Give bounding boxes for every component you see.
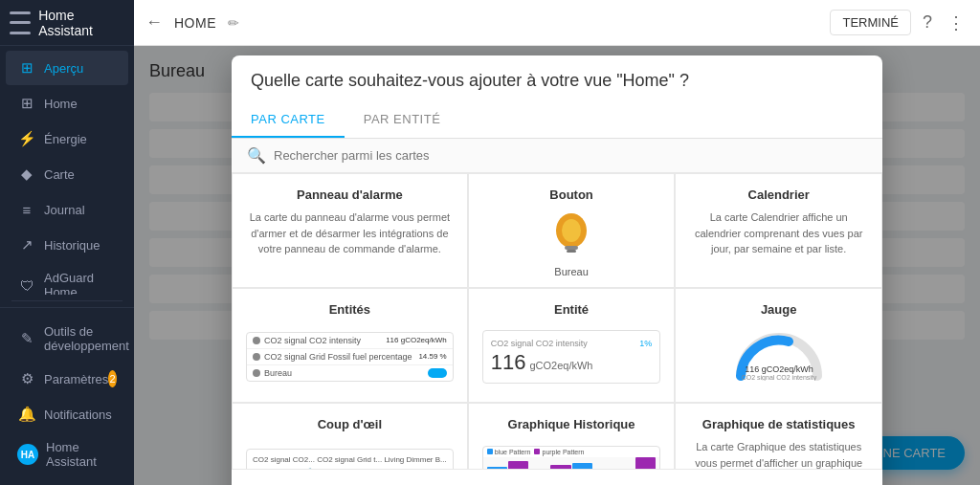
dialog-search-bar: 🔍 xyxy=(232,139,882,173)
card-option-entite[interactable]: Entité CO2 signal CO2 intensity 1% 116 g… xyxy=(468,288,676,403)
sidebar-label-apercu: Aperçu xyxy=(44,61,83,76)
card-option-panneau-alarme[interactable]: Panneau d'alarme La carte du panneau d'a… xyxy=(232,173,468,288)
sidebar-item-energie[interactable]: ⚡ Énergie xyxy=(6,121,128,156)
page-body: Bureau + AJOUTER UNE CARTE Quelle carte … xyxy=(134,46,980,485)
hamburger-icon[interactable] xyxy=(10,11,31,34)
bar-8 xyxy=(635,457,656,470)
sidebar-header: Home Assistant xyxy=(0,0,134,46)
card-title-entite: Entité xyxy=(554,302,589,317)
sidebar-bottom: ✎ Outils de développement ⚙ Paramètres 2… xyxy=(0,307,134,485)
svg-text:CO2 signal CO2 intensity: CO2 signal CO2 intensity xyxy=(741,374,816,381)
dialog-overlay: Quelle carte souhaitez-vous ajouter à vo… xyxy=(134,46,980,485)
sidebar-item-home[interactable]: ⊞ Home xyxy=(6,86,128,121)
back-button[interactable]: ← xyxy=(145,12,163,33)
legend-label-blue: blue Pattern xyxy=(495,449,531,455)
legend-blue: blue Pattern xyxy=(487,449,531,455)
card-option-calendrier[interactable]: Calendrier La carte Calendrier affiche u… xyxy=(675,173,882,288)
card-option-jauge[interactable]: Jauge 116 gCO2eq/kWh CO2 signal CO2 inte… xyxy=(675,288,882,403)
entity-label-1: CO2 signal CO2 intensity xyxy=(264,336,382,345)
edit-icon[interactable]: ✏ xyxy=(228,15,239,31)
card-title-bouton: Bouton xyxy=(549,187,592,202)
card-option-bouton[interactable]: Bouton Bureau xyxy=(468,173,676,288)
page-title: HOME xyxy=(174,15,216,31)
legend-label-purple: purple Pattern xyxy=(542,449,584,455)
historique-icon: ↗ xyxy=(17,235,36,254)
coup-header: CO2 signal CO2... CO2 signal Grid t... L… xyxy=(253,455,447,464)
card-option-graph-stats[interactable]: Graphique de statistiques La carte Graph… xyxy=(675,403,882,469)
sidebar-label-devtools: Outils de développement xyxy=(44,324,129,353)
tab-par-carte[interactable]: PAR CARTE xyxy=(232,102,345,138)
card-option-entites[interactable]: Entités CO2 signal CO2 intensity 116 gCO… xyxy=(232,288,468,403)
sidebar-label-journal: Journal xyxy=(44,203,85,217)
graph-card: blue Pattern purple Pattern xyxy=(482,446,661,470)
adguard-icon: 🛡 xyxy=(17,276,36,295)
bulb-svg xyxy=(546,209,598,262)
sidebar-item-ha[interactable]: HA Home Assistant xyxy=(6,432,128,476)
entity-row-2: CO2 signal Grid Fossil fuel percentage 1… xyxy=(247,349,453,365)
entity-dot-2 xyxy=(253,353,260,361)
carte-icon: ◆ xyxy=(17,165,36,184)
legend-dot-blue xyxy=(487,449,493,454)
bouton-bureau-label: Bureau xyxy=(554,266,588,277)
svg-text:116 gCO2eq/kWh: 116 gCO2eq/kWh xyxy=(745,364,813,374)
card-title-coup: Coup d'œil xyxy=(318,417,382,431)
cancel-button[interactable]: ANNULER xyxy=(781,479,867,485)
entity-val-2: 14.59 % xyxy=(418,352,446,361)
apercu-icon: ⊞ xyxy=(17,58,36,77)
sidebar-items: ⊞ Aperçu ⊞ Home ⚡ Énergie ◆ Carte ≡ Jour… xyxy=(0,46,134,295)
sidebar-item-devtools[interactable]: ✎ Outils de développement xyxy=(6,317,128,361)
dialog-title: Quelle carte souhaitez-vous ajouter à vo… xyxy=(232,55,882,91)
finished-button[interactable]: TERMINÉ xyxy=(830,10,911,35)
graph-legend: blue Pattern purple Pattern xyxy=(483,447,660,457)
svg-point-1 xyxy=(562,219,581,242)
add-card-dialog: Quelle carte souhaitez-vous ajouter à vo… xyxy=(232,55,882,485)
sidebar-label-carte: Carte xyxy=(44,167,75,182)
jauge-preview: 116 gCO2eq/kWh CO2 signal CO2 intensity xyxy=(689,324,868,388)
sidebar-label-home: Home xyxy=(44,97,78,111)
card-option-graph-historique[interactable]: Graphique Historique blue Pattern xyxy=(468,403,676,469)
home-icon: ⊞ xyxy=(17,94,36,113)
gauge-svg: 116 gCO2eq/kWh CO2 signal CO2 intensity xyxy=(731,328,827,381)
graph-bar-area xyxy=(483,457,660,470)
tab-par-entite[interactable]: PAR ENTITÉ xyxy=(345,102,460,138)
dialog-footer: ANNULER xyxy=(232,469,882,485)
card-title-jauge: Jauge xyxy=(761,302,797,317)
help-icon[interactable]: ? xyxy=(919,9,936,36)
sidebar-item-notifications[interactable]: 🔔 Notifications xyxy=(6,397,128,431)
sidebar-item-historique[interactable]: ↗ Historique xyxy=(6,228,128,262)
card-grid: Panneau d'alarme La carte du panneau d'a… xyxy=(232,173,882,469)
entity-label-3: Bureau xyxy=(264,368,424,378)
sidebar-label-historique: Historique xyxy=(44,238,100,253)
sidebar-item-apercu[interactable]: ⊞ Aperçu xyxy=(6,51,128,85)
sidebar-divider xyxy=(11,300,122,301)
card-title-entites: Entités xyxy=(329,302,370,317)
svg-rect-2 xyxy=(565,246,578,250)
sidebar-item-adguard[interactable]: 🛡 AdGuard Home xyxy=(6,263,128,295)
entite-small-label: CO2 signal CO2 intensity xyxy=(491,339,588,348)
card-desc-calendrier: La carte Calendrier affiche un calendrie… xyxy=(689,209,868,257)
sidebar-item-carte[interactable]: ◆ Carte xyxy=(6,157,128,191)
notifications-icon: 🔔 xyxy=(17,405,36,424)
bouton-visual: Bureau xyxy=(546,209,598,277)
svg-rect-3 xyxy=(567,250,576,253)
entite-unit: gCO2eq/kWh xyxy=(529,360,592,371)
card-title-calendrier: Calendrier xyxy=(748,187,810,202)
topbar: ← HOME ✏ TERMINÉ ? ⋮ xyxy=(134,0,980,46)
coup-card: CO2 signal CO2... CO2 signal Grid t... L… xyxy=(246,449,454,469)
entite-badge: 1% xyxy=(639,339,652,348)
entity-row-1: CO2 signal CO2 intensity 116 gCO2eq/kWh xyxy=(247,333,453,349)
sidebar-item-params[interactable]: ⚙ Paramètres 2 xyxy=(6,362,128,396)
gauge-visual: 116 gCO2eq/kWh CO2 signal CO2 intensity xyxy=(731,328,827,386)
params-icon: ⚙ xyxy=(17,369,36,388)
sidebar-item-journal[interactable]: ≡ Journal xyxy=(6,192,128,227)
card-title-graph-stats: Graphique de statistiques xyxy=(702,417,856,431)
entity-val-1: 116 gCO2eq/kWh xyxy=(386,336,447,344)
sidebar-label-energie: Énergie xyxy=(44,132,87,146)
entity-dot-1 xyxy=(253,337,260,344)
entity-row-3: Bureau xyxy=(247,365,453,381)
search-input[interactable] xyxy=(274,148,867,163)
more-icon[interactable]: ⋮ xyxy=(944,9,969,37)
params-badge: 2 xyxy=(108,370,117,387)
journal-icon: ≡ xyxy=(17,200,36,219)
card-option-coup[interactable]: Coup d'œil CO2 signal CO2... CO2 signal … xyxy=(232,403,468,469)
